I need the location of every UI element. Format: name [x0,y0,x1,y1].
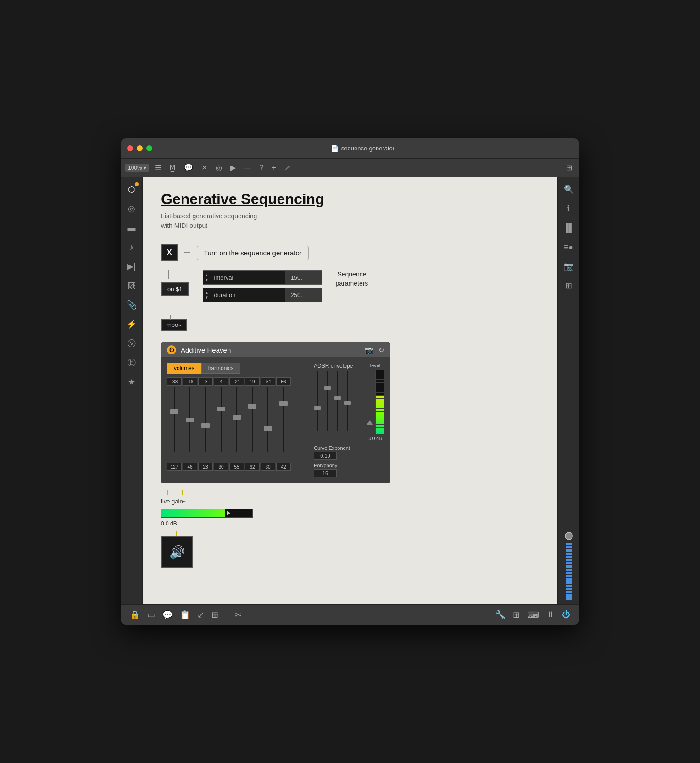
maximize-button[interactable] [146,145,152,151]
slider-line-1 [189,387,190,452]
ah-title: Additive Heaven [181,346,360,354]
toggle-message: Turn on the sequence generator [197,246,309,260]
scroll-bar-item [566,543,572,545]
sidebar-item-mixer[interactable]: ⊞ [561,278,577,293]
sidebar-item-target[interactable]: ◎ [124,201,139,216]
slider-5[interactable] [245,387,260,461]
curve-exponent-row: Curve Exponent 0.10 [314,445,360,460]
mixer-icon: ⊞ [565,281,572,291]
minimize-button[interactable] [137,145,143,151]
toolbar-list-icon[interactable]: ☰ [152,161,164,174]
sidebar-item-image[interactable]: 🖼 [124,278,139,293]
level-meter[interactable] [375,370,384,434]
ah-swirl-icon[interactable]: ↻ [378,346,384,354]
curve-exponent-value[interactable]: 0.10 [314,452,337,460]
select-icon[interactable]: ▭ [147,610,155,620]
zoom-control[interactable]: 100% ▾ [125,164,149,172]
toolbar-marker-icon[interactable]: M̲ [167,161,178,174]
sidebar-item-info-right[interactable]: ℹ [561,201,577,216]
slider-0[interactable] [167,387,182,461]
sidebar-item-list-toggle[interactable]: ≡● [561,239,577,255]
speaker-button[interactable]: 🔊 [161,536,193,568]
scroll-bar-item [566,578,572,581]
slider-thumb-7 [279,401,288,406]
slider-2[interactable] [198,387,213,461]
polyphony-value[interactable]: 16 [314,469,337,477]
sidebar-item-patcher[interactable]: ⬡ [124,182,139,197]
note-icon: ♪ [129,243,133,252]
toolbar-arrow-icon[interactable]: ↗ [282,161,293,174]
arrow-icon[interactable]: ↙ [197,610,204,620]
ah-camera-icon[interactable]: 📷 [365,346,374,354]
vimeo-icon: ⓥ [128,338,136,349]
gain-bar[interactable] [161,509,253,518]
adsr-slider-3[interactable] [344,371,351,435]
folder-icon[interactable]: 📋 [180,610,190,620]
sidebar-item-camera[interactable]: 📷 [561,259,577,274]
slider-6[interactable] [261,387,275,461]
grid-icon[interactable]: ⊞ [211,610,218,620]
sv-bot-6: 30 [261,463,275,471]
toolbar-grid-icon[interactable]: ⊞ [563,161,575,174]
toolbar-minus-icon[interactable]: — [241,162,254,174]
tab-volumes[interactable]: volumes [167,363,201,374]
slider-7[interactable] [276,387,291,461]
toggle-button[interactable]: X [161,244,178,261]
duration-control[interactable]: ▲ ▼ duration 250. [203,288,322,302]
power-button[interactable]: ⏻ [562,610,570,619]
sidebar-item-note[interactable]: ♪ [124,239,139,255]
toolbar-help-icon[interactable]: ? [257,162,267,174]
tab-harmonics[interactable]: harmonics [201,363,240,374]
toolbar-close-icon[interactable]: ✕ [199,161,210,174]
sidebar-item-info[interactable]: ⓑ [124,355,139,370]
adsr-slider-0[interactable] [314,371,321,435]
main-layout: ⬡ ◎ ▬ ♪ ▶| 🖼 📎 ⚡ [121,177,579,604]
slider-3[interactable] [214,387,228,461]
page-title: Generative Sequencing [161,191,539,208]
adsr-slider-1[interactable] [324,371,331,435]
slider-line-3 [221,387,222,452]
lock-icon[interactable]: 🔒 [130,610,140,620]
toolbar-add-icon[interactable]: + [269,162,279,174]
sidebar-item-track[interactable]: ▶| [124,259,139,274]
right-scrollbar[interactable] [564,532,573,600]
keyboard-icon[interactable]: ⌨ [527,610,539,620]
scissors-icon[interactable]: ✂ [235,610,242,620]
titlebar: 📄 sequence-generator [121,138,579,159]
duration-arrows[interactable]: ▲ ▼ [203,290,211,300]
sidebar-item-screen[interactable]: ▬ [124,220,139,236]
bottom-toolbar: 🔒 ▭ 💬 📋 ↙ ⊞ ✂ 🔧 ⊞ ⌨ ⏸ ⏻ [121,604,579,625]
on-button[interactable]: on $1 [161,282,189,296]
pointer-icon[interactable]: 💬 [162,610,172,620]
screen-icon: ▬ [128,223,136,233]
piano-icon[interactable]: ⊞ [513,610,520,620]
wrench-icon[interactable]: 🔧 [495,610,506,620]
slider-4[interactable] [229,387,244,461]
ah-power-button[interactable]: ⏻ [167,345,176,354]
pause-button[interactable]: ⏸ [546,610,555,619]
patcher-icon: ⬡ [128,184,135,194]
sidebar-item-columns[interactable]: ▐▌ [561,220,577,236]
badge-indicator [135,182,139,186]
mbo-object[interactable]: mbo~ [161,319,187,331]
slider-values-bottom: 127 46 28 30 55 62 30 42 [167,463,307,471]
adsr-slider-2[interactable] [334,371,341,435]
sidebar-item-plugin[interactable]: ⚡ [124,316,139,332]
toolbar-play-icon[interactable]: ▶ [228,161,239,174]
toolbar-record-icon[interactable]: ◎ [213,161,225,174]
sv-top-6: -51 [261,377,275,386]
sidebar-item-clip[interactable]: 📎 [124,297,139,313]
sidebar-item-star[interactable]: ★ [124,374,139,390]
sidebar-right: 🔍 ℹ ▐▌ ≡● 📷 ⊞ [557,177,579,604]
toolbar-comment-icon[interactable]: 💬 [181,161,196,174]
interval-control[interactable]: ▲ ▼ interval 150. [203,270,322,285]
slider-thumb-3 [217,407,225,411]
close-button[interactable] [127,145,133,151]
sv-bot-2: 28 [198,463,213,471]
sidebar-item-search[interactable]: 🔍 [561,182,577,197]
scroll-knob[interactable] [565,532,573,540]
slider-1[interactable] [183,387,197,461]
sidebar-item-vimeo[interactable]: ⓥ [124,336,139,351]
interval-arrows[interactable]: ▲ ▼ [203,272,211,283]
camera-icon: 📷 [564,261,574,271]
